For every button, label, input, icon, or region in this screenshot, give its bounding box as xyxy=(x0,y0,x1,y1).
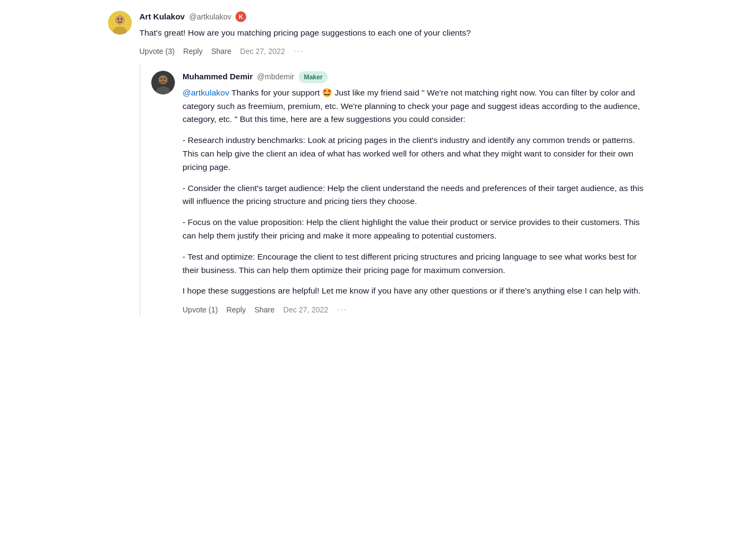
muhammed-username: Muhammed Demir xyxy=(183,71,253,83)
art-comment-header: Art Kulakov @artkulakov K xyxy=(139,11,648,23)
svg-point-3 xyxy=(116,16,124,24)
muhammed-share-button[interactable]: Share xyxy=(254,305,274,314)
svg-point-9 xyxy=(159,76,167,84)
muhammed-comment-text: @artkulakov Thanks for your support 🤩 Ju… xyxy=(183,86,648,298)
muhammed-upvote-button[interactable]: Upvote (1) xyxy=(183,305,218,314)
art-upvote-button[interactable]: Upvote (3) xyxy=(139,47,174,56)
art-date: Dec 27, 2022 xyxy=(240,46,285,57)
svg-point-5 xyxy=(121,18,123,20)
muhammed-para-2: - Consider the client's target audience:… xyxy=(183,182,648,209)
muhammed-para-3: - Focus on the value proposition: Help t… xyxy=(183,216,648,243)
art-comment-text: That's great! How are you matching prici… xyxy=(139,26,648,40)
muhammed-more-options[interactable]: ··· xyxy=(337,303,347,316)
art-comment-body: Art Kulakov @artkulakov K That's great! … xyxy=(139,11,648,58)
muhammed-comment-header: Muhammed Demir @mbdemir Maker xyxy=(183,71,648,83)
mention-artkulakov[interactable]: @artkulakov xyxy=(183,88,229,97)
muhammed-para-4: - Test and optimize: Encourage the clien… xyxy=(183,250,648,277)
muhammed-handle: @mbdemir xyxy=(257,71,294,83)
art-badge: K xyxy=(235,11,246,22)
art-username: Art Kulakov xyxy=(139,11,185,23)
muhammed-reply-button[interactable]: Reply xyxy=(226,305,246,314)
muhammed-comment: Muhammed Demir @mbdemir Maker @artkulako… xyxy=(151,63,648,316)
art-more-options[interactable]: ··· xyxy=(294,45,304,58)
comment-thread: Art Kulakov @artkulakov K That's great! … xyxy=(108,11,648,316)
muhammed-date: Dec 27, 2022 xyxy=(284,304,328,316)
reply-thread: Muhammed Demir @mbdemir Maker @artkulako… xyxy=(139,63,648,316)
avatar-muhammed xyxy=(151,71,175,94)
muhammed-maker-badge: Maker xyxy=(299,71,328,83)
muhammed-para-0: @artkulakov Thanks for your support 🤩 Ju… xyxy=(183,86,648,126)
muhammed-intro-text: Thanks for your support 🤩 Just like my f… xyxy=(183,88,640,124)
art-reply-button[interactable]: Reply xyxy=(183,47,202,56)
art-comment-actions: Upvote (3) Reply Share Dec 27, 2022 ··· xyxy=(139,45,648,58)
muhammed-comment-body: Muhammed Demir @mbdemir Maker @artkulako… xyxy=(183,71,648,316)
avatar-art xyxy=(108,11,132,35)
svg-point-10 xyxy=(161,78,163,80)
muhammed-para-5: I hope these suggestions are helpful! Le… xyxy=(183,284,648,298)
svg-point-11 xyxy=(164,78,166,80)
svg-point-4 xyxy=(118,18,119,20)
art-comment: Art Kulakov @artkulakov K That's great! … xyxy=(108,11,648,58)
art-share-button[interactable]: Share xyxy=(211,47,231,56)
muhammed-para-1: - Research industry benchmarks: Look at … xyxy=(183,134,648,174)
muhammed-comment-actions: Upvote (1) Reply Share Dec 27, 2022 ··· xyxy=(183,303,648,316)
art-handle: @artkulakov xyxy=(189,11,231,23)
